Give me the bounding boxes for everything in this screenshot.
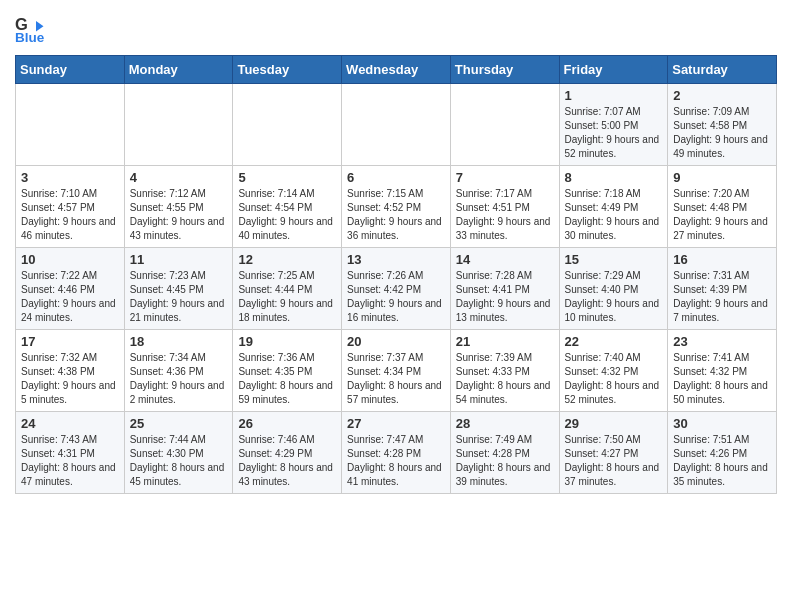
weekday-header: Saturday bbox=[668, 56, 777, 84]
calendar-cell: 29Sunrise: 7:50 AM Sunset: 4:27 PM Dayli… bbox=[559, 412, 668, 494]
day-info: Sunrise: 7:46 AM Sunset: 4:29 PM Dayligh… bbox=[238, 433, 336, 489]
day-info: Sunrise: 7:14 AM Sunset: 4:54 PM Dayligh… bbox=[238, 187, 336, 243]
day-info: Sunrise: 7:20 AM Sunset: 4:48 PM Dayligh… bbox=[673, 187, 771, 243]
day-number: 28 bbox=[456, 416, 554, 431]
day-info: Sunrise: 7:49 AM Sunset: 4:28 PM Dayligh… bbox=[456, 433, 554, 489]
day-number: 22 bbox=[565, 334, 663, 349]
calendar-cell: 8Sunrise: 7:18 AM Sunset: 4:49 PM Daylig… bbox=[559, 166, 668, 248]
day-info: Sunrise: 7:36 AM Sunset: 4:35 PM Dayligh… bbox=[238, 351, 336, 407]
day-info: Sunrise: 7:44 AM Sunset: 4:30 PM Dayligh… bbox=[130, 433, 228, 489]
day-number: 21 bbox=[456, 334, 554, 349]
calendar-header-row: SundayMondayTuesdayWednesdayThursdayFrid… bbox=[16, 56, 777, 84]
calendar-cell: 9Sunrise: 7:20 AM Sunset: 4:48 PM Daylig… bbox=[668, 166, 777, 248]
day-info: Sunrise: 7:28 AM Sunset: 4:41 PM Dayligh… bbox=[456, 269, 554, 325]
day-info: Sunrise: 7:07 AM Sunset: 5:00 PM Dayligh… bbox=[565, 105, 663, 161]
calendar-cell: 30Sunrise: 7:51 AM Sunset: 4:26 PM Dayli… bbox=[668, 412, 777, 494]
day-number: 11 bbox=[130, 252, 228, 267]
calendar-week-row: 10Sunrise: 7:22 AM Sunset: 4:46 PM Dayli… bbox=[16, 248, 777, 330]
day-info: Sunrise: 7:51 AM Sunset: 4:26 PM Dayligh… bbox=[673, 433, 771, 489]
day-number: 2 bbox=[673, 88, 771, 103]
calendar-cell: 5Sunrise: 7:14 AM Sunset: 4:54 PM Daylig… bbox=[233, 166, 342, 248]
day-number: 13 bbox=[347, 252, 445, 267]
calendar-cell: 24Sunrise: 7:43 AM Sunset: 4:31 PM Dayli… bbox=[16, 412, 125, 494]
day-info: Sunrise: 7:26 AM Sunset: 4:42 PM Dayligh… bbox=[347, 269, 445, 325]
calendar-cell: 3Sunrise: 7:10 AM Sunset: 4:57 PM Daylig… bbox=[16, 166, 125, 248]
day-info: Sunrise: 7:17 AM Sunset: 4:51 PM Dayligh… bbox=[456, 187, 554, 243]
weekday-header: Sunday bbox=[16, 56, 125, 84]
page-container: G Blue SundayMondayTuesdayWednesdayThurs… bbox=[0, 0, 792, 504]
calendar-cell: 15Sunrise: 7:29 AM Sunset: 4:40 PM Dayli… bbox=[559, 248, 668, 330]
day-info: Sunrise: 7:25 AM Sunset: 4:44 PM Dayligh… bbox=[238, 269, 336, 325]
calendar-cell: 6Sunrise: 7:15 AM Sunset: 4:52 PM Daylig… bbox=[342, 166, 451, 248]
calendar-cell: 18Sunrise: 7:34 AM Sunset: 4:36 PM Dayli… bbox=[124, 330, 233, 412]
day-number: 3 bbox=[21, 170, 119, 185]
day-info: Sunrise: 7:29 AM Sunset: 4:40 PM Dayligh… bbox=[565, 269, 663, 325]
calendar-cell: 22Sunrise: 7:40 AM Sunset: 4:32 PM Dayli… bbox=[559, 330, 668, 412]
weekday-header: Monday bbox=[124, 56, 233, 84]
svg-text:Blue: Blue bbox=[15, 30, 45, 45]
day-info: Sunrise: 7:18 AM Sunset: 4:49 PM Dayligh… bbox=[565, 187, 663, 243]
calendar-cell bbox=[124, 84, 233, 166]
day-number: 25 bbox=[130, 416, 228, 431]
calendar-cell: 12Sunrise: 7:25 AM Sunset: 4:44 PM Dayli… bbox=[233, 248, 342, 330]
day-info: Sunrise: 7:32 AM Sunset: 4:38 PM Dayligh… bbox=[21, 351, 119, 407]
calendar-cell: 20Sunrise: 7:37 AM Sunset: 4:34 PM Dayli… bbox=[342, 330, 451, 412]
calendar-cell: 2Sunrise: 7:09 AM Sunset: 4:58 PM Daylig… bbox=[668, 84, 777, 166]
calendar-week-row: 1Sunrise: 7:07 AM Sunset: 5:00 PM Daylig… bbox=[16, 84, 777, 166]
day-number: 29 bbox=[565, 416, 663, 431]
day-info: Sunrise: 7:12 AM Sunset: 4:55 PM Dayligh… bbox=[130, 187, 228, 243]
calendar-table: SundayMondayTuesdayWednesdayThursdayFrid… bbox=[15, 55, 777, 494]
weekday-header: Tuesday bbox=[233, 56, 342, 84]
logo: G Blue bbox=[15, 15, 49, 45]
calendar-cell: 28Sunrise: 7:49 AM Sunset: 4:28 PM Dayli… bbox=[450, 412, 559, 494]
calendar-cell bbox=[450, 84, 559, 166]
day-number: 30 bbox=[673, 416, 771, 431]
calendar-cell: 13Sunrise: 7:26 AM Sunset: 4:42 PM Dayli… bbox=[342, 248, 451, 330]
calendar-cell: 4Sunrise: 7:12 AM Sunset: 4:55 PM Daylig… bbox=[124, 166, 233, 248]
day-info: Sunrise: 7:22 AM Sunset: 4:46 PM Dayligh… bbox=[21, 269, 119, 325]
calendar-cell: 27Sunrise: 7:47 AM Sunset: 4:28 PM Dayli… bbox=[342, 412, 451, 494]
day-number: 8 bbox=[565, 170, 663, 185]
day-info: Sunrise: 7:47 AM Sunset: 4:28 PM Dayligh… bbox=[347, 433, 445, 489]
day-number: 19 bbox=[238, 334, 336, 349]
weekday-header: Friday bbox=[559, 56, 668, 84]
day-number: 27 bbox=[347, 416, 445, 431]
day-number: 23 bbox=[673, 334, 771, 349]
day-number: 24 bbox=[21, 416, 119, 431]
day-number: 26 bbox=[238, 416, 336, 431]
calendar-cell: 10Sunrise: 7:22 AM Sunset: 4:46 PM Dayli… bbox=[16, 248, 125, 330]
calendar-cell: 16Sunrise: 7:31 AM Sunset: 4:39 PM Dayli… bbox=[668, 248, 777, 330]
page-header: G Blue bbox=[15, 15, 777, 45]
day-info: Sunrise: 7:34 AM Sunset: 4:36 PM Dayligh… bbox=[130, 351, 228, 407]
day-number: 5 bbox=[238, 170, 336, 185]
calendar-cell bbox=[16, 84, 125, 166]
day-info: Sunrise: 7:50 AM Sunset: 4:27 PM Dayligh… bbox=[565, 433, 663, 489]
day-number: 12 bbox=[238, 252, 336, 267]
day-number: 16 bbox=[673, 252, 771, 267]
day-info: Sunrise: 7:37 AM Sunset: 4:34 PM Dayligh… bbox=[347, 351, 445, 407]
weekday-header: Thursday bbox=[450, 56, 559, 84]
day-info: Sunrise: 7:09 AM Sunset: 4:58 PM Dayligh… bbox=[673, 105, 771, 161]
weekday-header: Wednesday bbox=[342, 56, 451, 84]
calendar-week-row: 3Sunrise: 7:10 AM Sunset: 4:57 PM Daylig… bbox=[16, 166, 777, 248]
day-info: Sunrise: 7:41 AM Sunset: 4:32 PM Dayligh… bbox=[673, 351, 771, 407]
calendar-cell: 21Sunrise: 7:39 AM Sunset: 4:33 PM Dayli… bbox=[450, 330, 559, 412]
day-number: 1 bbox=[565, 88, 663, 103]
calendar-week-row: 17Sunrise: 7:32 AM Sunset: 4:38 PM Dayli… bbox=[16, 330, 777, 412]
calendar-cell: 11Sunrise: 7:23 AM Sunset: 4:45 PM Dayli… bbox=[124, 248, 233, 330]
day-info: Sunrise: 7:15 AM Sunset: 4:52 PM Dayligh… bbox=[347, 187, 445, 243]
day-number: 7 bbox=[456, 170, 554, 185]
day-number: 9 bbox=[673, 170, 771, 185]
calendar-week-row: 24Sunrise: 7:43 AM Sunset: 4:31 PM Dayli… bbox=[16, 412, 777, 494]
day-number: 4 bbox=[130, 170, 228, 185]
day-number: 18 bbox=[130, 334, 228, 349]
calendar-cell: 26Sunrise: 7:46 AM Sunset: 4:29 PM Dayli… bbox=[233, 412, 342, 494]
calendar-cell: 23Sunrise: 7:41 AM Sunset: 4:32 PM Dayli… bbox=[668, 330, 777, 412]
day-number: 10 bbox=[21, 252, 119, 267]
calendar-cell: 17Sunrise: 7:32 AM Sunset: 4:38 PM Dayli… bbox=[16, 330, 125, 412]
calendar-cell: 1Sunrise: 7:07 AM Sunset: 5:00 PM Daylig… bbox=[559, 84, 668, 166]
calendar-cell: 25Sunrise: 7:44 AM Sunset: 4:30 PM Dayli… bbox=[124, 412, 233, 494]
logo-icon: G Blue bbox=[15, 15, 45, 45]
day-number: 20 bbox=[347, 334, 445, 349]
day-info: Sunrise: 7:39 AM Sunset: 4:33 PM Dayligh… bbox=[456, 351, 554, 407]
